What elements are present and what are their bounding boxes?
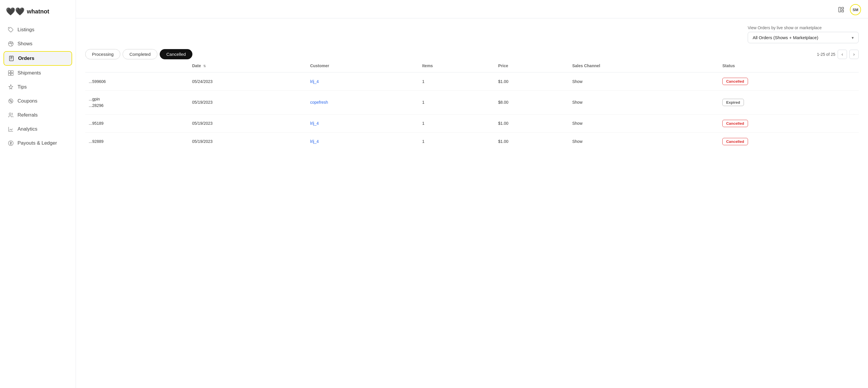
table-row: ...95189 05/19/2023 lrlj_4 1 $1.00 Show … bbox=[85, 114, 859, 132]
orders-table: Date ⇅ Customer Items Price Sales Channe… bbox=[85, 59, 859, 150]
status-badge: Cancelled bbox=[722, 78, 748, 85]
payouts-icon bbox=[8, 140, 14, 146]
sidebar-item-listings[interactable]: Listings bbox=[3, 23, 72, 36]
tag-icon bbox=[8, 27, 14, 33]
order-price: $1.00 bbox=[495, 132, 569, 150]
order-channel: Show bbox=[569, 114, 719, 132]
shipments-icon bbox=[8, 70, 14, 76]
svg-rect-3 bbox=[8, 71, 11, 73]
tabs-row: Processing Completed Cancelled 1-25 of 2… bbox=[85, 49, 859, 59]
order-items: 1 bbox=[419, 132, 495, 150]
svg-point-9 bbox=[9, 113, 11, 115]
orders-filter-group: View Orders by live show or marketplace … bbox=[748, 25, 859, 43]
page-prev-button[interactable]: ‹ bbox=[838, 50, 847, 59]
table-row: ...gpin...28296 05/19/2023 copefresh 1 $… bbox=[85, 91, 859, 115]
sort-icon: ⇅ bbox=[203, 64, 206, 68]
svg-point-8 bbox=[11, 101, 12, 102]
layout-toggle-icon[interactable] bbox=[837, 5, 845, 14]
sidebar-item-analytics-label: Analytics bbox=[18, 126, 37, 132]
order-customer: lrlj_4 bbox=[307, 114, 419, 132]
svg-point-0 bbox=[9, 28, 10, 29]
svg-rect-4 bbox=[11, 71, 13, 73]
col-channel: Sales Channel bbox=[569, 59, 719, 72]
sidebar-item-shows[interactable]: Shows bbox=[3, 37, 72, 51]
tab-processing[interactable]: Processing bbox=[85, 49, 120, 59]
sidebar-item-tips[interactable]: Tips bbox=[3, 80, 72, 94]
main-content: SM View Orders by live show or marketpla… bbox=[76, 0, 868, 388]
col-order-id bbox=[85, 59, 189, 72]
orders-content: View Orders by live show or marketplace … bbox=[76, 19, 868, 388]
orders-icon bbox=[8, 55, 14, 62]
sidebar-item-orders[interactable]: Orders bbox=[3, 51, 72, 66]
coupons-icon bbox=[8, 98, 14, 104]
col-customer: Customer bbox=[307, 59, 419, 72]
sidebar: 🖤🖤 whatnot Listings Shows Orders bbox=[0, 0, 76, 388]
order-date: 05/19/2023 bbox=[189, 132, 307, 150]
customer-link[interactable]: lrlj_4 bbox=[310, 121, 319, 126]
order-channel: Show bbox=[569, 132, 719, 150]
order-status: Cancelled bbox=[719, 114, 859, 132]
order-customer: lrlj_4 bbox=[307, 72, 419, 91]
orders-filter-label: View Orders by live show or marketplace bbox=[748, 25, 859, 30]
order-id: ...92889 bbox=[85, 132, 189, 150]
order-status: Cancelled bbox=[719, 72, 859, 91]
orders-filter-header: View Orders by live show or marketplace … bbox=[85, 25, 859, 43]
svg-rect-6 bbox=[11, 73, 13, 76]
sidebar-item-analytics[interactable]: Analytics bbox=[3, 122, 72, 136]
col-date[interactable]: Date ⇅ bbox=[189, 59, 307, 72]
order-status: Cancelled bbox=[719, 132, 859, 150]
sidebar-item-orders-label: Orders bbox=[18, 56, 34, 61]
user-avatar[interactable]: SM bbox=[850, 4, 861, 15]
svg-rect-12 bbox=[842, 7, 843, 9]
order-date: 05/19/2023 bbox=[189, 114, 307, 132]
col-items: Items bbox=[419, 59, 495, 72]
order-id: ...599606 bbox=[85, 72, 189, 91]
sidebar-item-shipments[interactable]: Shipments bbox=[3, 66, 72, 80]
svg-rect-11 bbox=[839, 7, 841, 12]
customer-link[interactable]: lrlj_4 bbox=[310, 79, 319, 84]
status-badge: Expired bbox=[722, 99, 744, 106]
orders-dropdown[interactable]: All Orders (Shows + Marketplace) ▾ bbox=[748, 32, 859, 43]
svg-point-7 bbox=[10, 100, 10, 101]
chevron-down-icon: ▾ bbox=[851, 35, 854, 40]
order-price: $8.00 bbox=[495, 91, 569, 115]
order-status: Expired bbox=[719, 91, 859, 115]
sidebar-item-shows-label: Shows bbox=[18, 41, 32, 47]
sidebar-item-referrals[interactable]: Referrals bbox=[3, 109, 72, 122]
sidebar-item-listings-label: Listings bbox=[18, 27, 34, 33]
orders-dropdown-value: All Orders (Shows + Marketplace) bbox=[753, 35, 818, 40]
pagination: 1-25 of 25 ‹ › bbox=[817, 50, 859, 59]
order-channel: Show bbox=[569, 72, 719, 91]
svg-rect-13 bbox=[842, 10, 843, 12]
col-status: Status bbox=[719, 59, 859, 72]
logo-hearts-icon: 🖤🖤 bbox=[6, 7, 25, 16]
order-items: 1 bbox=[419, 91, 495, 115]
page-next-button[interactable]: › bbox=[849, 50, 859, 59]
svg-rect-2 bbox=[9, 56, 13, 61]
sidebar-nav: Listings Shows Orders Shipments Tips bbox=[0, 23, 75, 150]
sidebar-item-coupons[interactable]: Coupons bbox=[3, 94, 72, 108]
status-badge: Cancelled bbox=[722, 120, 748, 127]
pagination-info: 1-25 of 25 bbox=[817, 52, 835, 57]
sidebar-item-referrals-label: Referrals bbox=[18, 112, 38, 118]
customer-link[interactable]: copefresh bbox=[310, 100, 328, 105]
order-price: $1.00 bbox=[495, 114, 569, 132]
sidebar-item-payouts[interactable]: Payouts & Ledger bbox=[3, 137, 72, 150]
order-items: 1 bbox=[419, 114, 495, 132]
table-row: ...92889 05/19/2023 lrlj_4 1 $1.00 Show … bbox=[85, 132, 859, 150]
sidebar-item-shipments-label: Shipments bbox=[18, 70, 41, 76]
order-channel: Show bbox=[569, 91, 719, 115]
tab-completed[interactable]: Completed bbox=[123, 49, 157, 59]
tips-icon bbox=[8, 84, 14, 90]
referrals-icon bbox=[8, 112, 14, 118]
table-row: ...599606 05/24/2023 lrlj_4 1 $1.00 Show… bbox=[85, 72, 859, 91]
sidebar-item-payouts-label: Payouts & Ledger bbox=[18, 140, 57, 146]
logo: 🖤🖤 whatnot bbox=[0, 5, 75, 23]
order-date: 05/19/2023 bbox=[189, 91, 307, 115]
order-date: 05/24/2023 bbox=[189, 72, 307, 91]
sidebar-item-coupons-label: Coupons bbox=[18, 98, 37, 104]
tab-cancelled[interactable]: Cancelled bbox=[160, 49, 193, 59]
customer-link[interactable]: lrlj_4 bbox=[310, 139, 319, 144]
topbar: SM bbox=[76, 0, 868, 19]
order-tabs: Processing Completed Cancelled bbox=[85, 49, 192, 59]
